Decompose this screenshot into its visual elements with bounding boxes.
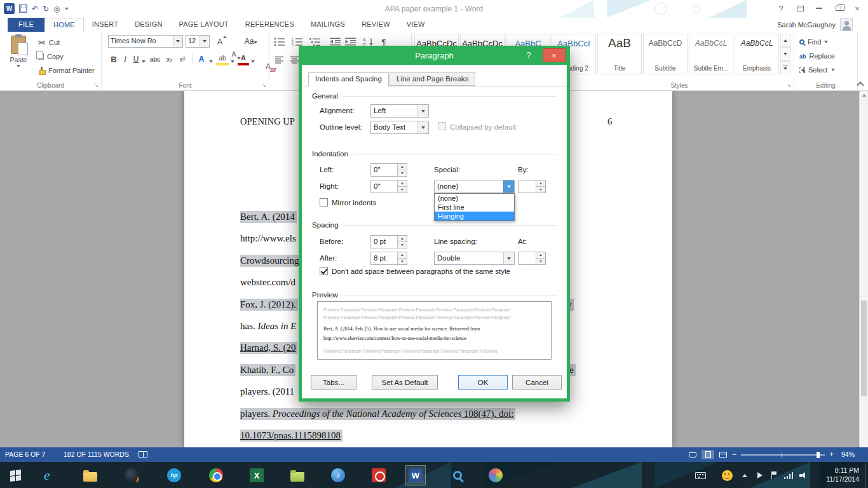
word-count[interactable]: 182 OF 1115 WORDS xyxy=(64,451,129,458)
styles-dialog-launcher[interactable]: ↘ xyxy=(787,83,791,88)
action-center-flag-icon[interactable] xyxy=(768,465,780,485)
tab-line-and-page-breaks[interactable]: Line and Page Breaks xyxy=(390,72,475,86)
tab-mailings[interactable]: MAILINGS xyxy=(302,18,353,32)
user-name[interactable]: Sarah McGaughey xyxy=(777,21,836,29)
dont-add-space-checkbox[interactable] xyxy=(320,267,328,275)
read-mode-button[interactable] xyxy=(686,450,699,459)
format-painter-button[interactable]: Format Painter xyxy=(36,64,97,77)
network-icon[interactable] xyxy=(782,465,796,485)
subscript-button[interactable]: x₂ xyxy=(164,53,175,65)
text-highlight-button[interactable]: ab xyxy=(216,53,229,65)
ok-button[interactable]: OK xyxy=(458,375,508,390)
scrollbar-thumb[interactable] xyxy=(861,301,867,396)
zoom-slider[interactable] xyxy=(741,454,825,456)
zoom-in-button[interactable]: + xyxy=(829,450,834,459)
set-as-default-button[interactable]: Set As Default xyxy=(372,375,438,390)
text-effects-dropdown-icon[interactable] xyxy=(208,53,214,65)
dropdown-option-hanging[interactable]: Hanging xyxy=(435,212,514,220)
minimize-button[interactable] xyxy=(810,0,829,17)
at-down[interactable] xyxy=(536,258,545,264)
vertical-scrollbar[interactable] xyxy=(859,91,868,447)
excel-icon[interactable]: X xyxy=(247,465,267,485)
bullets-button[interactable] xyxy=(272,36,287,48)
style-subtle-emphasis[interactable]: AaBbCcL Subtle Em... xyxy=(689,34,733,74)
tab-indents-and-spacing[interactable]: Indents and Spacing xyxy=(308,72,389,86)
tab-home[interactable]: HOME xyxy=(44,18,84,32)
hp-icon[interactable]: hp xyxy=(164,465,184,485)
web-layout-button[interactable] xyxy=(717,450,729,459)
bold-button[interactable]: B xyxy=(108,53,119,65)
keyboard-tray-icon[interactable] xyxy=(690,465,710,485)
strikethrough-button[interactable]: abc xyxy=(147,53,163,65)
dialog-close-button[interactable]: × xyxy=(543,48,566,62)
help-button[interactable]: ? xyxy=(771,0,790,17)
change-case-button[interactable]: Aa xyxy=(243,35,259,48)
document-line[interactable]: 10.1073/pnas.1115898108 xyxy=(240,429,342,442)
by-spinner[interactable] xyxy=(518,180,546,193)
after-up[interactable] xyxy=(398,252,407,258)
special-select[interactable]: (none) xyxy=(434,180,515,193)
media-app-icon[interactable] xyxy=(369,465,389,485)
document-line[interactable]: http://www.els xyxy=(240,232,296,245)
tabs-button[interactable]: Tabs... xyxy=(311,375,356,390)
dialog-title-bar[interactable]: Paragraph ? × xyxy=(302,46,567,65)
tab-insert[interactable]: INSERT xyxy=(84,18,126,32)
restore-button[interactable] xyxy=(829,0,848,17)
document-line[interactable]: Khatib, F., Co xyxy=(240,363,295,377)
before-down[interactable] xyxy=(398,241,407,248)
style-emphasis[interactable]: AaBbCcL Emphasis xyxy=(735,34,779,74)
chrome-icon[interactable] xyxy=(206,465,226,485)
itunes-icon[interactable]: ♪ xyxy=(328,465,348,485)
cut-button[interactable]: Cut xyxy=(36,36,62,49)
superscript-button[interactable]: x² xyxy=(177,53,188,65)
at-spinner[interactable] xyxy=(518,252,546,265)
zoom-percentage[interactable]: 94% xyxy=(841,451,855,458)
alignment-select[interactable]: Left xyxy=(370,104,429,118)
document-line[interactable]: players. (2011 xyxy=(240,385,294,398)
document-line[interactable]: Crowdsourcing xyxy=(240,254,301,268)
after-spacing-spinner[interactable]: 8 pt xyxy=(370,252,407,265)
text-effects-button[interactable]: A xyxy=(196,53,207,65)
underline-dropdown-icon[interactable] xyxy=(141,53,146,65)
copy-button[interactable]: Copy xyxy=(36,50,66,63)
tab-review[interactable]: REVIEW xyxy=(353,18,398,32)
before-up[interactable] xyxy=(398,236,407,241)
clipboard-dialog-launcher[interactable]: ↘ xyxy=(94,83,98,88)
font-size-dropdown-icon[interactable] xyxy=(200,36,209,47)
dropdown-option-none[interactable]: (none) xyxy=(435,194,514,203)
document-line[interactable]: webster.com/d xyxy=(240,276,295,289)
replace-button[interactable]: Replace xyxy=(799,50,835,62)
ribbon-display-options-button[interactable] xyxy=(790,0,810,17)
font-name-dropdown-icon[interactable] xyxy=(173,36,182,47)
undo-icon[interactable]: ↶ xyxy=(32,5,38,13)
font-dialog-launcher[interactable]: ↘ xyxy=(262,83,266,88)
line-spacing-select[interactable]: Double xyxy=(434,252,515,265)
photo-app-icon[interactable] xyxy=(485,465,506,485)
tab-file[interactable]: FILE xyxy=(8,18,44,32)
style-title[interactable]: AaB Title xyxy=(597,34,642,74)
left-indent-down[interactable] xyxy=(398,170,407,176)
grow-font-button[interactable]: A xyxy=(214,35,226,48)
page-indicator[interactable]: PAGE 6 OF 7 xyxy=(5,451,45,458)
internet-explorer-icon[interactable]: e xyxy=(37,465,57,485)
document-line[interactable]: has. Ideas in E xyxy=(240,320,296,333)
after-down[interactable] xyxy=(398,258,407,264)
save-icon[interactable] xyxy=(19,4,27,13)
left-indent-up[interactable] xyxy=(398,164,407,170)
right-indent-down[interactable] xyxy=(398,186,407,193)
style-subtitle[interactable]: AaBbCcD Subtitle xyxy=(643,34,688,74)
redo-icon[interactable]: ↻ xyxy=(43,5,49,13)
alignment-dropdown-icon[interactable] xyxy=(417,105,428,117)
tab-view[interactable]: VIEW xyxy=(398,18,433,32)
paste-button[interactable]: Paste xyxy=(4,34,33,80)
tray-expand-icon[interactable] xyxy=(738,465,751,485)
word-logo-icon[interactable]: W xyxy=(4,3,15,14)
mirror-indents-checkbox[interactable] xyxy=(320,198,328,207)
special-dropdown-icon[interactable] xyxy=(503,180,514,193)
user-avatar[interactable] xyxy=(840,18,853,31)
by-down[interactable] xyxy=(536,186,545,193)
zoom-slider-thumb[interactable] xyxy=(817,452,820,458)
volume-icon[interactable] xyxy=(797,465,811,485)
styles-scroll-down-button[interactable] xyxy=(780,47,790,60)
find-button[interactable]: Find xyxy=(799,36,828,48)
